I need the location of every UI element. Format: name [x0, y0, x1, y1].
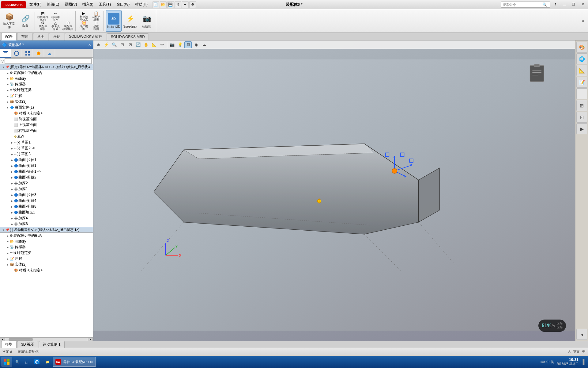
toggle-surf-trim1[interactable]	[10, 164, 14, 168]
menu-edit[interactable]: 编辑(E)	[44, 1, 62, 8]
toggle-thick2[interactable]	[10, 181, 14, 186]
tree-item-thicken1[interactable]: ➕ 加厚1	[0, 186, 93, 192]
tab-caotu[interactable]: 草图	[33, 33, 48, 40]
rp-btn-collapse[interactable]: ◂	[576, 329, 587, 340]
toggle-front-plane[interactable]	[10, 117, 14, 121]
tree-item-right-plane[interactable]: ⬜ 右视基准面	[0, 128, 93, 134]
toolbar-expand[interactable]: »	[582, 18, 587, 24]
file-explorer-btn[interactable]: 📁	[43, 357, 52, 367]
tree-item-origin1[interactable]: ✛ 原点	[0, 134, 93, 140]
toggle-material2[interactable]	[10, 268, 14, 273]
tree-item-front-plane[interactable]: ⬜ 前视基准面	[0, 116, 93, 122]
tree-item-surface-trim2[interactable]: 🔵 曲面-剪裁2	[0, 174, 93, 180]
ref-geometry-btn[interactable]: △ 参考几何体	[49, 21, 62, 30]
toggle-annotation2[interactable]	[6, 257, 10, 261]
new-motion-btn[interactable]: ▶ 新建运动仿真	[77, 12, 90, 21]
tree-item-thicken6[interactable]: ➕ 加厚6	[0, 221, 93, 227]
instant3d-btn[interactable]: 3D Instant3D	[106, 10, 122, 32]
menu-window[interactable]: 窗口(W)	[114, 1, 132, 8]
toggle-surface1[interactable]	[6, 105, 10, 110]
vp-zoom-area-btn[interactable]: ⊠	[126, 41, 134, 48]
toggle-top-plane[interactable]	[10, 123, 14, 127]
vp-pan-btn[interactable]: ✋	[142, 41, 150, 48]
tab-motion[interactable]: 运动算例 1	[39, 341, 65, 348]
toggle-mating2[interactable]	[6, 234, 10, 238]
tree-toggle-root2[interactable]	[1, 228, 6, 232]
open-file-btn[interactable]: 📂	[160, 1, 167, 8]
toggle-material1[interactable]	[10, 111, 14, 116]
new-file-btn[interactable]: 📄	[153, 1, 159, 8]
show-desktop-btn[interactable]: ▐	[581, 359, 584, 365]
toggle-surf-ext3[interactable]	[10, 193, 14, 197]
tree-item-thicken2[interactable]: ➕ 加厚2	[0, 180, 93, 186]
tree-item-sensor1[interactable]: 📡 传感器	[0, 81, 93, 87]
tree-item-surface-fill1[interactable]: 🔵 曲面填充1	[0, 209, 93, 215]
speedpak-btn[interactable]: ⚡ Speedpak	[122, 10, 138, 32]
vp-camera-btn[interactable]: 📷	[168, 41, 176, 48]
toggle-surf-trim8[interactable]	[10, 205, 14, 209]
vp-orient-btn[interactable]: ⊕	[95, 41, 102, 48]
tree-item-surface-trim1[interactable]: 🔵 曲面-剪裁1	[0, 163, 93, 169]
tree-root-1[interactable]: 📌 (固定) 零件13^装配体6 <1> -> (默认<<默认>_显示状3...	[0, 64, 93, 70]
explorer-btn[interactable]	[31, 357, 42, 367]
insert-component-btn[interactable]: 📦 插入零部件	[1, 12, 17, 30]
options-btn[interactable]: ⚙	[189, 1, 196, 8]
toggle-design2[interactable]	[6, 251, 10, 255]
scrollbar-h-thumb[interactable]	[9, 338, 33, 341]
tree-item-solid2[interactable]: 📦 实体(2)	[0, 262, 93, 267]
mate-btn[interactable]: 🔗 配合	[17, 12, 33, 30]
tree-item-surface-extrude1[interactable]: 🔵 曲面-拉伸1	[0, 157, 93, 163]
close-btn[interactable]: ✕	[579, 2, 587, 8]
explode-view-btn[interactable]: 💥 爆炸视图	[77, 21, 90, 30]
vp-rotate-btn[interactable]: 🔄	[134, 41, 142, 48]
vp-sketch-btn[interactable]: ✏	[158, 41, 166, 48]
panel-close-btn[interactable]: ✕	[88, 43, 91, 47]
snapshot-btn[interactable]: 📷 拍快照	[139, 10, 155, 32]
toggle-mating1[interactable]	[6, 71, 10, 75]
tree-item-material1[interactable]: 🎨 材质 <未指定>	[0, 110, 93, 116]
wireframe-btn[interactable]: □ 线框视图	[90, 21, 102, 30]
tree-item-mating2[interactable]: ⚙ 装配体6 中的配合	[0, 233, 93, 239]
tree-item-surface-extrude3[interactable]: 🔵 曲面-拉伸3	[0, 192, 93, 198]
linear-pattern-btn[interactable]: ⊞ 线性零件阵列	[37, 12, 49, 21]
assembly-bom-btn[interactable]: ⊕ 装配体模型项目	[62, 21, 74, 30]
rp-btn-3[interactable]: 📐	[576, 65, 587, 76]
toggle-origin1[interactable]	[10, 135, 14, 139]
toggle-history2[interactable]	[6, 239, 10, 243]
bom-btn[interactable]: 📋 材料明细表	[90, 12, 102, 21]
toggle-history1[interactable]	[6, 76, 10, 81]
start-btn[interactable]	[1, 357, 12, 367]
tree-item-sketch3[interactable]: ○ (-) 草图3	[0, 151, 93, 157]
undo-btn[interactable]: ↩	[182, 1, 189, 8]
tree-item-top-plane[interactable]: ⬜ 上视基准面	[0, 122, 93, 128]
tree-item-material2[interactable]: 🎨 材质 <未指定>	[0, 267, 93, 273]
toggle-sketch2[interactable]	[10, 146, 14, 151]
toggle-sensor2[interactable]	[6, 245, 10, 249]
vp-light-btn[interactable]: 💡	[176, 41, 184, 48]
rp-btn-1[interactable]: 🎨	[576, 42, 587, 53]
vp-measure-btn[interactable]: 📐	[150, 41, 158, 48]
toggle-annotation1[interactable]	[6, 94, 10, 98]
toggle-sketch3[interactable]	[10, 152, 14, 156]
rp-btn-5[interactable]: ⊞	[576, 100, 587, 111]
tree-item-surface-trim4[interactable]: 🔵 曲面-剪裁4	[0, 198, 93, 204]
vp-scene-btn[interactable]: 🖥	[184, 41, 192, 48]
scroll-right-btn[interactable]: ▸	[88, 338, 93, 341]
tree-item-design1[interactable]: ✏ 设计范范类	[0, 87, 93, 93]
toggle-sketch1[interactable]	[10, 140, 14, 145]
tree-item-surface-trim8[interactable]: 🔵 曲面-剪裁8	[0, 204, 93, 209]
print-btn[interactable]: 🖨	[175, 1, 181, 8]
tree-item-mating1[interactable]: ⚙ 装配体6 中的配合	[0, 70, 93, 76]
vp-section-btn[interactable]: ⚡	[103, 41, 110, 48]
lp-tab-display[interactable]	[33, 49, 44, 58]
toggle-thick6[interactable]	[10, 222, 14, 226]
menu-view[interactable]: 视图(V)	[62, 1, 79, 8]
menu-help[interactable]: 帮助(H)	[133, 1, 150, 8]
vp-fit-btn[interactable]: ⊡	[119, 41, 126, 48]
rp-btn-7[interactable]: ▶	[576, 123, 587, 134]
help-btn[interactable]: ?	[551, 2, 559, 8]
toggle-solid1[interactable]	[6, 100, 10, 104]
tree-item-history2[interactable]: 📂 History	[0, 239, 93, 244]
tree-item-surface-offset1[interactable]: 🔵 曲面-等距1 ->	[0, 169, 93, 174]
taskview-btn[interactable]: ⬚	[23, 357, 31, 367]
